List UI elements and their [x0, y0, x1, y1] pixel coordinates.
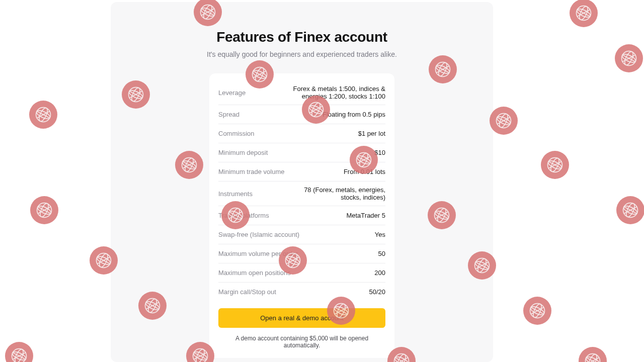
feature-row: Margin call/Stop out 50/20 [218, 283, 385, 301]
globe-icon [29, 101, 57, 129]
svg-line-109 [13, 352, 26, 359]
feature-row: Minimum deposit $10 [218, 143, 385, 162]
svg-point-41 [496, 115, 511, 127]
svg-line-19 [622, 55, 635, 62]
feature-row: Swap-free (Islamic account) Yes [218, 225, 385, 244]
feature-value: 50/20 [369, 284, 385, 300]
feature-value: 78 (Forex, metals, energies, stocks, ind… [290, 182, 385, 206]
svg-line-24 [37, 111, 50, 118]
feature-row: Commission $1 per lot [218, 124, 385, 143]
cta-note: A demo account containing $5,000 will be… [218, 335, 385, 349]
feature-row: Leverage Forex & metals 1:500, indices &… [218, 80, 385, 105]
svg-line-14 [577, 10, 590, 17]
svg-line-108 [13, 352, 26, 359]
svg-point-125 [586, 354, 600, 362]
svg-point-127 [587, 353, 599, 362]
svg-line-129 [586, 357, 599, 362]
feature-value: Yes [375, 226, 385, 243]
svg-line-78 [624, 207, 637, 214]
svg-line-58 [548, 161, 561, 168]
svg-point-22 [38, 107, 49, 122]
svg-line-84 [97, 257, 110, 264]
svg-line-83 [97, 257, 110, 264]
feature-label: Maximum open positions [218, 263, 291, 282]
svg-point-11 [576, 8, 591, 19]
svg-point-42 [498, 113, 510, 128]
globe-icon [615, 44, 643, 72]
svg-point-76 [622, 205, 638, 216]
svg-line-23 [37, 111, 50, 118]
feature-value: 50 [378, 245, 385, 262]
feature-row: Instruments 78 (Forex, metals, energies,… [218, 182, 385, 206]
feature-label: Maximum volume per order [218, 244, 298, 263]
svg-point-57 [549, 157, 561, 172]
globe-icon [523, 297, 551, 325]
svg-line-63 [38, 207, 51, 214]
feature-label: Swap-free (Islamic account) [218, 225, 299, 244]
svg-line-128 [586, 357, 599, 362]
svg-point-55 [548, 158, 562, 172]
feature-value: Forex & metals 1:500, indices & energies… [290, 80, 385, 105]
feature-row: Minimum trade volume From 0.01 lots [218, 162, 385, 182]
feature-label: Spread [218, 105, 239, 124]
globe-icon [570, 0, 598, 27]
svg-point-56 [547, 159, 562, 171]
svg-line-43 [497, 117, 510, 124]
feature-value: From 0.01 lots [344, 163, 385, 180]
svg-point-75 [623, 203, 638, 218]
svg-line-64 [38, 207, 51, 214]
svg-line-104 [531, 307, 544, 314]
svg-point-17 [623, 50, 635, 66]
features-section: Features of Finex account It's equally g… [111, 2, 493, 362]
feature-label: Trading platforms [218, 206, 269, 225]
feature-label: Minimum trade volume [218, 162, 285, 181]
feature-label: Commission [218, 124, 255, 143]
svg-line-44 [497, 117, 510, 124]
feature-value: MetaTrader 5 [346, 207, 385, 224]
page-subtitle: It's equally good for beginners and expe… [111, 50, 493, 58]
svg-point-126 [585, 355, 600, 362]
feature-row: Maximum volume per order 50 [218, 244, 385, 263]
svg-point-82 [98, 252, 110, 268]
svg-point-105 [12, 349, 27, 362]
svg-point-60 [37, 203, 52, 218]
svg-point-106 [11, 350, 27, 362]
feature-row: Spread Floating from 0.5 pips [218, 105, 385, 124]
svg-line-103 [531, 307, 544, 314]
svg-point-16 [621, 53, 636, 64]
svg-point-102 [532, 303, 543, 318]
open-account-button[interactable]: Open a real & demo account [218, 308, 385, 328]
globe-icon [541, 151, 569, 179]
feature-card: Leverage Forex & metals 1:500, indices &… [209, 73, 394, 358]
svg-line-79 [624, 207, 637, 214]
feature-value: Floating from 0.5 pips [323, 106, 385, 123]
svg-point-15 [622, 51, 636, 66]
svg-point-10 [577, 6, 591, 21]
feature-label: Instruments [218, 185, 253, 203]
svg-line-59 [548, 161, 561, 168]
globe-icon [490, 107, 518, 135]
svg-point-21 [35, 109, 51, 121]
svg-line-18 [622, 55, 635, 62]
svg-point-81 [96, 255, 111, 266]
svg-point-40 [497, 114, 511, 128]
feature-value: $10 [374, 144, 385, 161]
svg-point-62 [39, 202, 50, 218]
globe-icon [616, 196, 644, 224]
feature-row: Maximum open positions 200 [218, 263, 385, 283]
globe-icon [5, 342, 33, 362]
feature-label: Margin call/Stop out [218, 283, 276, 301]
svg-point-77 [625, 202, 636, 218]
svg-point-107 [14, 348, 25, 362]
feature-label: Leverage [218, 83, 246, 102]
feature-value: 200 [374, 264, 385, 281]
globe-icon [30, 196, 58, 224]
svg-point-20 [36, 108, 51, 122]
globe-icon [579, 347, 607, 362]
svg-point-61 [36, 205, 52, 216]
svg-point-80 [97, 253, 111, 268]
svg-line-13 [577, 10, 590, 17]
feature-row: Trading platforms MetaTrader 5 [218, 206, 385, 225]
feature-value: $1 per lot [358, 125, 385, 142]
svg-point-100 [530, 304, 545, 318]
